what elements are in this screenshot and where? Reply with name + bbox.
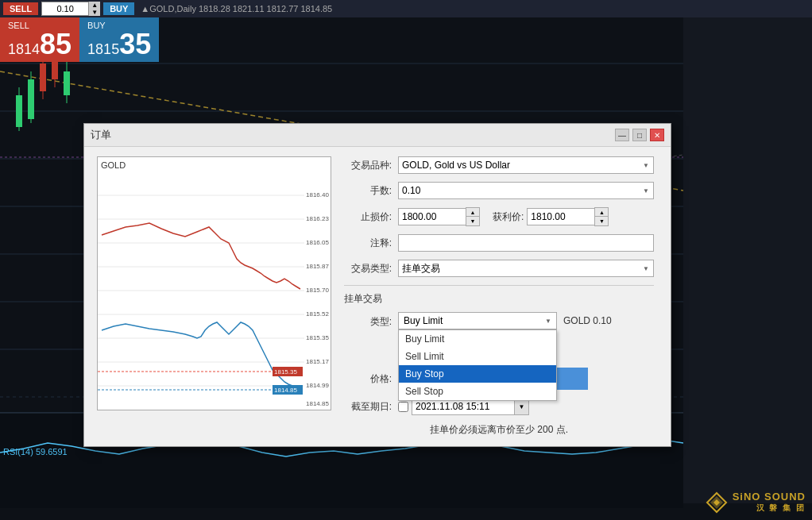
- rsi-label: RSI(14) 59.6591: [3, 447, 68, 456]
- comment-label: 注释:: [344, 237, 392, 250]
- sell-price: 181485: [8, 30, 72, 59]
- svg-text:1814.85: 1814.85: [274, 387, 297, 394]
- dialog-chart: GOLD 1815.35: [97, 156, 331, 410]
- svg-text:1816.05: 1816.05: [306, 239, 329, 246]
- dialog-form: 交易品种: GOLD, Gold vs US Dollar 手数: 0.10: [344, 156, 654, 437]
- price-panel: [683, 17, 812, 503]
- takeprofit-down[interactable]: ▼: [595, 217, 608, 225]
- sell-price-main: 85: [40, 28, 72, 60]
- buy-price-main: 35: [119, 28, 151, 60]
- order-type-select[interactable]: 挂单交易: [398, 260, 654, 277]
- dialog-controls: — □ ✕: [615, 129, 664, 141]
- comment-row: 注释:: [344, 234, 654, 252]
- dialog-minimize-button[interactable]: —: [615, 129, 629, 141]
- svg-text:1815.87: 1815.87: [306, 263, 329, 270]
- dialog-titlebar: 订单 — □ ✕: [84, 124, 671, 147]
- gold-info-label: GOLD 0.10: [563, 315, 612, 326]
- type-dropdown-arrow: ▼: [545, 318, 551, 325]
- chart-title: ▲GOLD,Daily 1818.28 1821.11 1812.77 1814…: [141, 4, 332, 13]
- sell-button[interactable]: SELL: [3, 2, 38, 15]
- stoploss-up[interactable]: ▲: [466, 208, 479, 217]
- svg-text:1814.85: 1814.85: [306, 400, 329, 407]
- svg-text:1815.35: 1815.35: [274, 368, 297, 376]
- lot-down-button[interactable]: ▼: [89, 9, 100, 16]
- dialog-close-button[interactable]: ✕: [650, 129, 664, 141]
- dialog-chart-label: GOLD: [101, 160, 126, 170]
- warning-text: 挂单价必须远离市价至少 200 点.: [344, 423, 654, 437]
- logo-chinese: 汉 磐 集 团: [733, 503, 806, 514]
- buy-price: 181535: [87, 30, 151, 59]
- svg-text:1816.23: 1816.23: [306, 215, 329, 222]
- svg-text:1815.52: 1815.52: [306, 310, 329, 318]
- stoploss-field: ▲ ▼: [398, 207, 480, 226]
- logo-main: SiNO SOUND: [733, 491, 806, 503]
- price-label: 价格:: [344, 372, 392, 386]
- comment-input[interactable]: [398, 234, 654, 252]
- svg-text:1815.17: 1815.17: [306, 358, 329, 365]
- stoploss-down[interactable]: ▼: [466, 217, 479, 225]
- stoploss-label: 止损价:: [344, 210, 392, 224]
- takeprofit-up[interactable]: ▲: [595, 208, 608, 217]
- type-label: 类型:: [344, 315, 392, 329]
- type-current-value: Buy Limit: [404, 315, 545, 326]
- expiry-checkbox[interactable]: [398, 402, 408, 412]
- price-display: SELL 181485 BUY 181535: [0, 17, 159, 62]
- lot-up-button[interactable]: ▲: [89, 2, 100, 9]
- type-option-sell-limit[interactable]: Sell Limit: [399, 348, 556, 365]
- symbol-select[interactable]: GOLD, Gold vs US Dollar: [398, 156, 654, 174]
- type-option-buy-limit[interactable]: Buy Limit: [399, 330, 556, 348]
- svg-text:1815.35: 1815.35: [306, 334, 329, 341]
- takeprofit-field: ▲ ▼: [527, 207, 609, 226]
- order-dialog: 订单 — □ ✕ GOLD: [83, 123, 671, 447]
- svg-text:1816.40: 1816.40: [306, 191, 329, 198]
- buy-button[interactable]: BUY: [103, 2, 134, 15]
- svg-text:1815.70: 1815.70: [306, 287, 329, 294]
- buy-price-prefix: 1815: [87, 41, 119, 57]
- takeprofit-input[interactable]: [527, 208, 594, 225]
- pending-title: 挂单交易: [344, 292, 654, 306]
- symbol-label: 交易品种:: [344, 159, 392, 172]
- sell-price-prefix: 1814: [8, 41, 40, 57]
- lot-row: 手数: 0.10: [344, 182, 654, 199]
- sinosound-logo: SiNO SOUND 汉 磐 集 团: [706, 491, 806, 514]
- type-row: 类型: Buy Limit ▼ Buy Limit Sell Limit Buy…: [344, 312, 654, 329]
- dialog-title: 订单: [91, 128, 111, 142]
- symbol-row: 交易品种: GOLD, Gold vs US Dollar: [344, 156, 654, 174]
- mini-chart-svg: 1815.35 1814.85 1816.40 1816.23 1816.05 …: [98, 171, 331, 410]
- type-dropdown-container: Buy Limit ▼ Buy Limit Sell Limit Buy Sto…: [398, 312, 557, 329]
- dialog-body: GOLD 1815.35: [84, 147, 671, 446]
- logo-icon: [706, 491, 728, 514]
- type-option-sell-stop[interactable]: Sell Stop: [399, 383, 556, 400]
- stoploss-input[interactable]: [398, 208, 466, 225]
- order-type-row: 交易类型: 挂单交易: [344, 260, 654, 277]
- lot-input[interactable]: [41, 2, 89, 16]
- top-toolbar: SELL ▲ ▼ BUY ▲GOLD,Daily 1818.28 1821.11…: [0, 0, 812, 17]
- expiry-label: 截至期日:: [344, 400, 392, 414]
- lot-label: 手数:: [344, 184, 392, 198]
- dialog-maximize-button[interactable]: □: [632, 129, 647, 141]
- pending-section: 挂单交易 类型: Buy Limit ▼ Buy Limit Sell Lim: [344, 285, 654, 437]
- svg-text:1814.99: 1814.99: [306, 382, 329, 389]
- sell-price-display: SELL 181485: [0, 17, 79, 62]
- type-select-trigger[interactable]: Buy Limit ▼: [398, 312, 557, 329]
- type-option-buy-stop[interactable]: Buy Stop: [399, 365, 556, 383]
- type-dropdown-menu: Buy Limit Sell Limit Buy Stop Sell Stop: [398, 329, 557, 401]
- takeprofit-label: 获利价:: [493, 210, 524, 224]
- buy-price-display: BUY 181535: [79, 17, 159, 62]
- sl-tp-row: 止损价: ▲ ▼ 获利价: ▲ ▼: [344, 207, 654, 226]
- lot-select[interactable]: 0.10: [398, 182, 654, 199]
- order-type-label: 交易类型:: [344, 262, 392, 275]
